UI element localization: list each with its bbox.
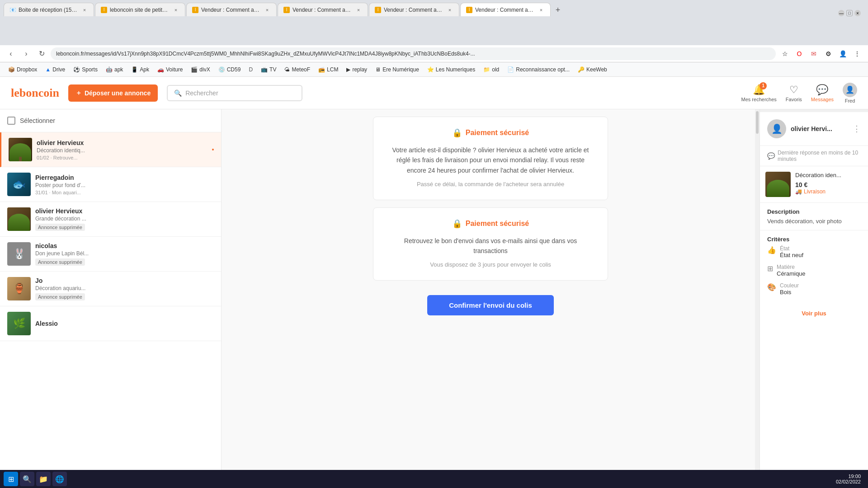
voir-plus-section: Voir plus <box>760 306 868 320</box>
header-action-fred[interactable]: 👤 Fred <box>843 83 857 103</box>
mes-recherches-label: Mes recherches <box>741 97 777 102</box>
browser-chrome: 📧 Boite de réception (15) - fre... × l l… <box>0 0 868 45</box>
back-button[interactable]: ‹ <box>5 47 17 60</box>
conv-item-4[interactable]: 🐰 nicolas Don jeune Lapin Bél... Annonce… <box>0 237 221 272</box>
bookmark-old-icon: 📁 <box>483 66 490 73</box>
browser-tab-6[interactable]: l Vendeur : Comment annule... × <box>460 3 551 16</box>
bookmark-ere-num[interactable]: 🖥 Ere Numérique <box>372 65 423 74</box>
select-label: Sélectionner <box>20 117 55 124</box>
tab-close-5[interactable]: × <box>446 6 453 14</box>
browser-tab-5[interactable]: l Vendeur : Comment annule... × <box>369 3 459 16</box>
tab-close-1[interactable]: × <box>81 6 88 14</box>
lbc-header: leboncoin ＋ Déposer une annonce 🔍 Recher… <box>0 77 868 109</box>
search-bar[interactable]: 🔍 Rechercher <box>167 85 302 101</box>
conv-info-6: Alessio <box>35 320 214 327</box>
bookmark-drive[interactable]: ▲ Drive <box>42 65 69 74</box>
browser-tab-1[interactable]: 📧 Boite de réception (15) - fre... × <box>4 3 94 16</box>
grid-icon: ⊞ <box>767 264 773 273</box>
confirm-section: Confirmer l'envoi du colis <box>229 288 752 323</box>
messages-scroll: 🔒 Paiement sécurisé Votre article est-il… <box>222 109 760 488</box>
tab-close-3[interactable]: × <box>264 6 271 14</box>
bookmark-divx[interactable]: 🎬 divX <box>187 65 213 74</box>
conversation-list: Sélectionner olivier Hervieux Décorati <box>0 109 222 488</box>
bookmark-apk2[interactable]: 📱 Apk <box>127 65 153 74</box>
browser-tab-4[interactable]: l Vendeur : Comment annule... × <box>278 3 368 16</box>
account-icon[interactable]: 👤 <box>836 47 849 60</box>
tab-close-6[interactable]: × <box>538 6 545 14</box>
right-criteria-section: Critères 👍 État État neuf ⊞ Matière <box>760 230 868 306</box>
forward-button[interactable]: › <box>20 47 33 60</box>
extensions-icon[interactable]: ⚙ <box>822 47 835 60</box>
bookmark-sports-icon: ⚽ <box>73 66 80 73</box>
gmail-icon[interactable]: ✉ <box>807 47 820 60</box>
payment-subtext-1: Passé ce délai, la commande de l'acheteu… <box>388 180 593 189</box>
bookmark-star-icon[interactable]: ☆ <box>778 47 791 60</box>
bookmark-cd59[interactable]: 💿 CD59 <box>215 65 245 74</box>
tab-close-2[interactable]: × <box>172 6 179 14</box>
voir-plus-link[interactable]: Voir plus <box>802 310 826 317</box>
header-action-favoris[interactable]: ♡ Favoris <box>786 84 802 102</box>
new-tab-button[interactable]: + <box>552 4 564 16</box>
tab-title-2: leboncoin site de petites a... <box>110 7 170 13</box>
payment-title-text-1: Paiement sécurisé <box>466 129 529 137</box>
start-button[interactable]: ⊞ <box>4 472 18 486</box>
select-checkbox[interactable] <box>7 117 15 125</box>
tab-close-4[interactable]: × <box>355 6 362 14</box>
menu-icon[interactable]: ⋮ <box>851 47 863 60</box>
bookmark-meteof[interactable]: 🌤 MeteoF <box>281 65 314 74</box>
taskbar-chrome[interactable]: 🌐 <box>52 472 67 486</box>
bookmark-lcm-icon: 📻 <box>318 66 325 73</box>
right-menu-icon[interactable]: ⋮ <box>853 124 861 134</box>
window-minimize[interactable]: — <box>838 10 844 16</box>
deposit-plus-icon: ＋ <box>75 89 82 97</box>
bookmark-lcm[interactable]: 📻 LCM <box>315 65 342 74</box>
conv-item-6[interactable]: 🌿 Alessio <box>0 306 221 341</box>
bookmark-dropbox[interactable]: 📦 Dropbox <box>5 65 41 74</box>
bookmark-old[interactable]: 📁 old <box>480 65 503 74</box>
tab-title-1: Boite de réception (15) - fre... <box>19 7 78 13</box>
conv-item-1[interactable]: olivier Hervieux Décoration identiq... 0… <box>0 132 221 167</box>
conv-info-1: olivier Hervieux Décoration identiq... 0… <box>37 139 208 160</box>
bookmark-apk[interactable]: 🤖 apk <box>102 65 127 74</box>
user-avatar-icon: 👤 <box>845 85 854 94</box>
header-action-recherches[interactable]: 🔔 1 Mes recherches <box>741 84 777 102</box>
right-panel-scroll: 👤 olivier Hervi... ⋮ 💬 Dernière réponse … <box>760 112 868 488</box>
header-action-messages[interactable]: 💬 Messages <box>811 84 834 102</box>
bubble-icon: 💬 <box>767 152 775 160</box>
taskbar-search[interactable]: 🔍 <box>20 472 34 486</box>
bookmark-keeweb[interactable]: 🔑 KeeWeb <box>574 65 611 74</box>
lbc-logo[interactable]: leboncoin <box>11 86 59 100</box>
notification-badge: 1 <box>760 82 767 89</box>
conv-item-5[interactable]: 🏺 Jo Décoration aquariu... Annonce suppr… <box>0 272 221 306</box>
window-close[interactable]: × <box>854 10 861 16</box>
bookmark-tv[interactable]: 📺 TV <box>257 65 280 74</box>
deposit-button-label: Déposer une annonce <box>85 89 151 97</box>
criteria-matiere: ⊞ Matière Céramique <box>767 264 861 277</box>
bookmark-sports[interactable]: ⚽ Sports <box>70 65 101 74</box>
reload-button[interactable]: ↻ <box>35 47 48 60</box>
browser-tab-3[interactable]: l Vendeur : Comment annule... × <box>186 3 277 16</box>
deposit-button[interactable]: ＋ Déposer une annonce <box>68 84 158 102</box>
opera-icon[interactable]: O <box>793 47 806 60</box>
bookmark-voiture[interactable]: 🚗 Voiture <box>154 65 186 74</box>
tab-favicon-1: 📧 <box>9 7 16 13</box>
bookmark-replay-label: replay <box>352 66 367 73</box>
conv-name-1: olivier Hervieux <box>37 139 208 146</box>
right-subtext: 💬 Dernière réponse en moins de 10 minute… <box>760 146 868 166</box>
tab-favicon-4: l <box>283 7 290 13</box>
address-bar[interactable]: leboncoin.fr/messages/id/Vs17jXnn9ph38pX… <box>51 47 776 60</box>
bookmark-les-num[interactable]: ⭐ Les Numeriques <box>424 65 479 74</box>
conv-item-3[interactable]: olivier Hervieux Grande décoration ... A… <box>0 202 221 237</box>
conv-list-header: Sélectionner <box>0 109 221 132</box>
bookmark-d[interactable]: D <box>245 65 256 74</box>
bookmark-replay[interactable]: ▶ replay <box>343 65 371 74</box>
browser-tab-2[interactable]: l leboncoin site de petites a... × <box>95 3 185 16</box>
bookmark-reco-icon: 📄 <box>507 66 514 73</box>
scroll-bar-messages[interactable] <box>755 109 760 488</box>
window-maximize[interactable]: □ <box>846 10 853 16</box>
confirm-button[interactable]: Confirmer l'envoi du colis <box>427 295 554 315</box>
conv-item-2[interactable]: 🐟 Pierregadoin Poster pour fond d'... 31… <box>0 167 221 202</box>
address-bar-icons: ☆ O ✉ ⚙ 👤 ⋮ <box>778 47 863 60</box>
bookmark-reco[interactable]: 📄 Reconnaissance opt... <box>504 65 573 74</box>
taskbar-explorer[interactable]: 📁 <box>36 472 51 486</box>
